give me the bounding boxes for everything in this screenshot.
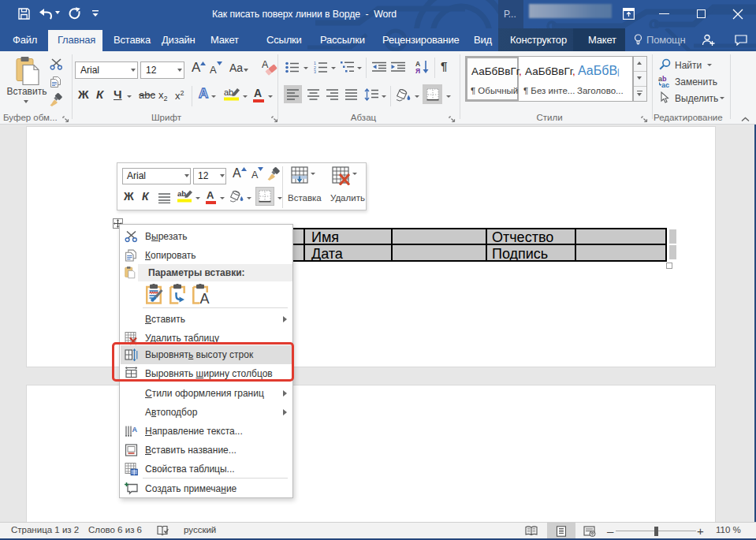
svg-text:A: A bbox=[262, 60, 269, 70]
svg-text:А: А bbox=[132, 426, 138, 434]
svg-text:3: 3 bbox=[314, 69, 316, 73]
svg-text:А: А bbox=[200, 291, 210, 304]
svg-text:Я: Я bbox=[415, 67, 420, 74]
svg-text:ac: ac bbox=[661, 81, 669, 88]
svg-text:ab: ab bbox=[224, 88, 233, 97]
svg-text:ab: ab bbox=[177, 189, 186, 198]
